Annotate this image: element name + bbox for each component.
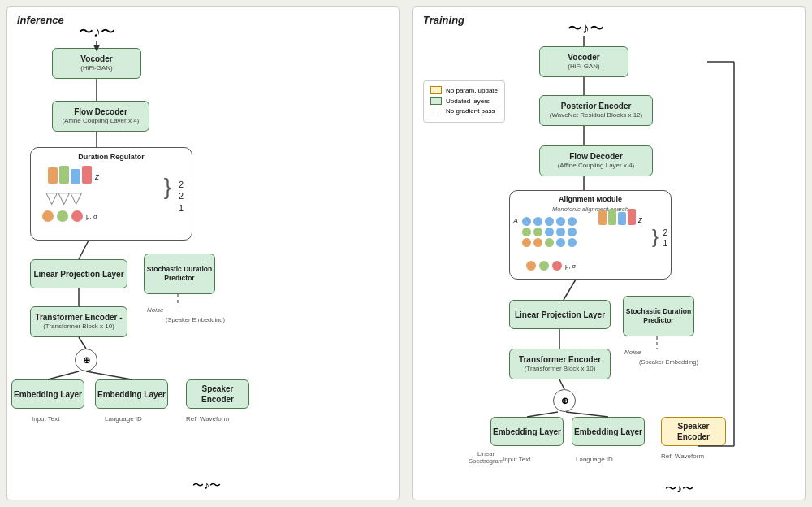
legend-no-update-label: No param. update [446, 87, 498, 94]
speaker-encoder-box: Speaker Encoder [186, 379, 249, 409]
training-embedding1-box: Embedding Layer [490, 417, 564, 446]
training-speaker-label: (Speaker Embedding) [639, 358, 698, 366]
svg-line-15 [559, 379, 564, 389]
svg-line-5 [79, 337, 86, 349]
legend-no-update-icon [430, 86, 442, 94]
svg-line-7 [86, 371, 132, 379]
training-speaker-encoder-box: Speaker Encoder [661, 417, 726, 446]
training-stochastic-box: Stochastic Duration Predictor [623, 296, 694, 336]
waveform-output-icon: 〜♪〜 [79, 22, 115, 41]
svg-line-6 [48, 371, 79, 379]
ref-waveform-label: Ref. Waveform [186, 415, 229, 422]
training-linear-spectrogram-label: LinearSpectrogram [469, 450, 503, 465]
svg-line-3 [79, 240, 89, 259]
training-noise-label: Noise [624, 349, 641, 356]
embedding-layer1-box: Embedding Layer [11, 379, 84, 409]
training-linear-projection-box: Linear Projection Layer [509, 300, 611, 329]
ref-waveform-icon: 〜♪〜 [192, 479, 221, 493]
duration-regulator-box: Duration Regulator z ▽▽▽ μ, σ } 221 [30, 147, 192, 240]
training-transformer-box: Transformer Encoder (Transformer Block x… [509, 349, 611, 379]
alignment-module-box: Alignment Module Monotonic alignment sea… [509, 190, 672, 280]
legend-no-gradient-label: No gradient pass [446, 107, 495, 115]
stochastic-duration-box: Stochastic Duration Predictor [144, 254, 215, 294]
concat-symbol: ⊕ [75, 349, 97, 371]
training-language-id-label: Language ID [576, 456, 613, 463]
training-input-text-label: Input Text [503, 456, 531, 463]
embedding-layer2-box: Embedding Layer [95, 379, 168, 409]
svg-line-13 [564, 280, 576, 300]
transformer-encoder-box: Transformer Encoder - (Transformer Block… [30, 306, 127, 337]
training-concat-symbol: ⊕ [553, 389, 576, 412]
duration-regulator-label: Duration Regulator [78, 153, 145, 162]
speaker-embedding-label: (Speaker Embedding) [166, 316, 225, 323]
legend-updated-label: Updated layers [446, 98, 490, 105]
flow-decoder-box: Flow Decoder (Affine Coupling Layer x 4) [52, 101, 149, 132]
legend-updated-icon [430, 97, 442, 105]
legend-no-gradient-icon [430, 110, 442, 111]
training-vocoder-box: Vocoder (HiFi-GAN) [539, 46, 628, 77]
legend: No param. update Updated layers No gradi… [423, 80, 505, 123]
input-text-label: Input Text [32, 415, 60, 422]
inference-panel: Inference 〜♪〜 Vocoder (HiFi-GAN) Flow De… [6, 6, 400, 500]
inference-title: Inference [17, 14, 64, 26]
training-panel: Training No param. update Updated layers… [412, 6, 806, 500]
diagram-container: Inference 〜♪〜 Vocoder (HiFi-GAN) Flow De… [0, 0, 812, 507]
noise-label: Noise [147, 306, 163, 314]
training-flow-decoder-box: Flow Decoder (Affine Coupling Layer x 4) [539, 145, 653, 176]
posterior-encoder-box: Posterior Encoder (WaveNet Residual Bloc… [539, 95, 653, 126]
training-embedding2-box: Embedding Layer [572, 417, 645, 446]
language-id-label: Language ID [105, 415, 142, 422]
linear-projection-box: Linear Projection Layer [30, 259, 127, 288]
training-waveform-output: 〜♪〜 [568, 19, 604, 38]
alignment-module-label: Alignment Module [559, 195, 622, 205]
training-title: Training [423, 14, 464, 26]
training-ref-waveform-label: Ref. Waveform [661, 453, 704, 460]
vocoder-box: Vocoder (HiFi-GAN) [52, 48, 141, 79]
training-ref-waveform-icon: 〜♪〜 [665, 482, 693, 496]
